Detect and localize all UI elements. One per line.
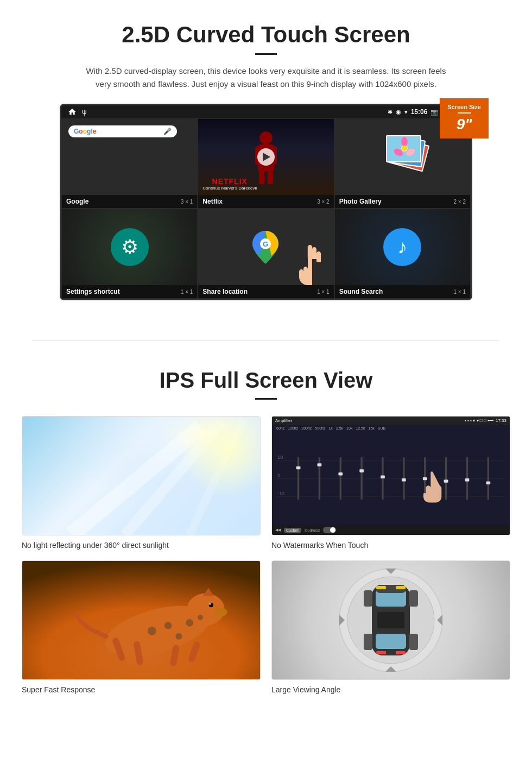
svg-rect-77 <box>396 651 406 654</box>
car-visual <box>272 561 510 679</box>
amp-freq-12k5: 12.5k <box>356 426 365 430</box>
svg-rect-73 <box>409 634 418 650</box>
svg-rect-44 <box>465 478 470 482</box>
amp-title: Amplifier <box>275 418 292 423</box>
svg-rect-75 <box>396 586 406 589</box>
ips-image-car <box>271 560 510 680</box>
svg-rect-41 <box>445 457 447 500</box>
settings-size: 1 × 1 <box>181 289 193 295</box>
title-divider <box>255 53 277 55</box>
svg-rect-42 <box>444 480 448 483</box>
ips-item-cheetah: Super Fast Response <box>22 560 261 694</box>
sound-content: ♪ <box>335 209 470 285</box>
amp-freq-200: 200hz <box>301 426 312 430</box>
music-note-icon: ♪ <box>397 236 407 258</box>
maps-size: 1 × 1 <box>317 289 330 295</box>
settings-content: ⚙ <box>62 209 197 285</box>
svg-rect-27 <box>297 457 299 500</box>
settings-label-row: Settings shortcut 1 × 1 <box>62 285 197 298</box>
app-cell-sound[interactable]: ♪ Sound Search 1 × 1 <box>334 209 471 299</box>
cheetah-label: Super Fast Response <box>22 685 261 694</box>
sunlight-visual <box>22 417 260 535</box>
custom-btn[interactable]: Custom <box>284 528 301 533</box>
svg-rect-46 <box>486 482 490 485</box>
svg-point-14 <box>402 146 407 151</box>
play-button[interactable] <box>257 148 275 166</box>
svg-point-60 <box>209 603 211 605</box>
section2-title: IPS Full Screen View <box>22 368 510 393</box>
loudness-label: loudness <box>305 528 320 532</box>
sound-circle: ♪ <box>383 228 421 266</box>
netflix-label-row: Netflix 3 × 2 <box>198 195 333 208</box>
time-display: 15:06 <box>411 108 428 116</box>
usb-icon: ψ <box>82 108 87 116</box>
settings-gear-bg: ⚙ <box>111 228 149 266</box>
netflix-subtitle: Continue Marvel's Daredevil <box>202 186 257 191</box>
badge-divider <box>458 112 471 113</box>
photo-card-1 <box>386 135 421 162</box>
svg-rect-36 <box>381 475 385 478</box>
amp-freq-sub: SUB <box>378 426 385 430</box>
svg-rect-40 <box>423 477 427 481</box>
sound-size: 1 × 1 <box>453 289 466 295</box>
svg-point-0 <box>259 131 273 144</box>
device-wrapper: Screen Size 9" ψ ✱ ◉ ▾ 15:06 <box>54 104 478 300</box>
location-icon: ◉ <box>396 109 401 116</box>
photos-size: 2 × 2 <box>453 199 466 205</box>
sun-rays <box>179 417 260 498</box>
ips-title-divider <box>255 398 277 400</box>
camera-icon: 📷 <box>430 109 438 116</box>
home-icon <box>68 108 77 116</box>
svg-rect-38 <box>402 478 406 482</box>
amp-freq-10k: 10k <box>346 426 352 430</box>
svg-text:0: 0 <box>277 473 280 478</box>
section-divider <box>33 340 499 341</box>
amp-freq-2k5: 2.5k <box>336 426 343 430</box>
badge-title: Screen Size <box>447 104 481 110</box>
ips-item-sunlight: No light reflecting under 360° direct su… <box>22 416 261 550</box>
svg-rect-71 <box>409 590 418 607</box>
svg-point-53 <box>186 619 193 627</box>
svg-point-51 <box>175 633 182 640</box>
sunlight-label: No light reflecting under 360° direct su… <box>22 541 261 550</box>
svg-point-61 <box>214 608 227 616</box>
app-cell-google[interactable]: Google 🎤 Google 3 × 1 <box>61 118 198 209</box>
sound-label: Sound Search <box>339 288 383 295</box>
svg-point-50 <box>164 622 172 629</box>
svg-text:10: 10 <box>277 455 283 460</box>
app-cell-maps[interactable]: G Share location 1 × 1 <box>198 209 334 299</box>
flower-svg <box>387 136 421 162</box>
status-bar-left: ψ <box>68 108 87 116</box>
svg-rect-34 <box>359 469 364 472</box>
google-cell-content: Google 🎤 <box>62 119 197 195</box>
svg-point-11 <box>401 137 408 147</box>
ips-image-amplifier: Amplifier ▪ ▪ ▪ ▾ ▾ □ □ ⟵ 17:33 60hz 100… <box>271 416 510 535</box>
svg-point-54 <box>198 615 203 620</box>
svg-rect-33 <box>360 457 362 500</box>
netflix-overlay: NETFLIX Continue Marvel's Daredevil <box>202 177 257 191</box>
google-search-bar[interactable]: Google 🎤 <box>68 125 177 137</box>
ips-image-cheetah <box>22 560 261 680</box>
ips-item-car: Large Viewing Angle <box>271 560 510 694</box>
app-cell-settings[interactable]: ⚙ Settings shortcut 1 × 1 <box>61 209 198 299</box>
maps-label: Share location <box>202 288 248 295</box>
svg-rect-4 <box>259 171 264 184</box>
ips-grid: No light reflecting under 360° direct su… <box>22 416 510 694</box>
google-label-row: Google 3 × 1 <box>62 195 197 208</box>
amplifier-label: No Watermarks When Touch <box>271 541 510 550</box>
svg-text:G: G <box>263 240 268 248</box>
amp-back-btn: ◀◀ <box>275 528 281 532</box>
svg-rect-28 <box>296 466 301 470</box>
netflix-size: 3 × 2 <box>317 199 330 205</box>
app-cell-netflix[interactable]: NETFLIX Continue Marvel's Daredevil Netf… <box>198 118 334 209</box>
status-bar: ψ ✱ ◉ ▾ 15:06 📷 🔊 ✕ □ <box>61 105 471 118</box>
hand-pointing-icon <box>296 242 328 285</box>
svg-rect-32 <box>338 472 343 476</box>
section1-description: With 2.5D curved-display screen, this de… <box>81 65 451 91</box>
section-curved: 2.5D Curved Touch Screen With 2.5D curve… <box>0 0 532 319</box>
car-top-view-svg <box>337 566 445 674</box>
gear-icon: ⚙ <box>121 236 138 258</box>
google-logo: Google <box>74 128 96 135</box>
badge-size: 9" <box>447 116 481 133</box>
svg-rect-70 <box>364 590 372 607</box>
